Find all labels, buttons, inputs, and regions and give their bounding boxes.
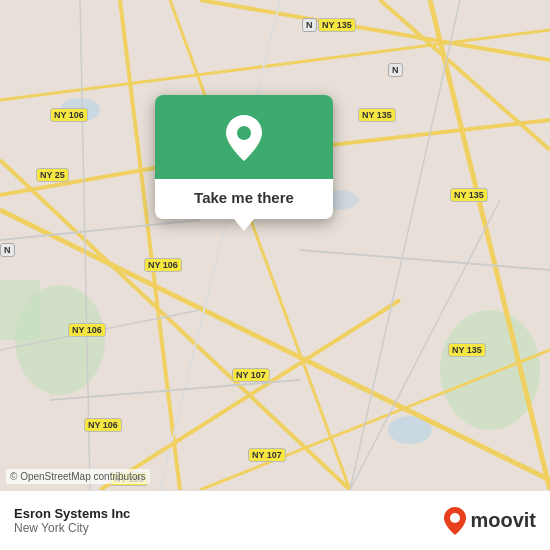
svg-point-28 — [450, 513, 460, 523]
route-label-ny135-2: NY 135 — [450, 188, 488, 202]
route-label-ny106-4: NY 106 — [84, 418, 122, 432]
route-label-ny106-2: NY 106 — [144, 258, 182, 272]
route-label-ny106-1: NY 106 — [50, 108, 88, 122]
route-label-ny135-top: NY 135 — [318, 18, 356, 32]
location-pin-icon — [224, 113, 264, 163]
take-me-there-label: Take me there — [194, 189, 294, 206]
route-label-ny135-3: NY 135 — [448, 343, 486, 357]
moovit-logo: moovit — [444, 507, 536, 535]
popup-header — [155, 95, 333, 179]
location-info: Esron Systems Inc New York City — [14, 506, 444, 535]
svg-rect-3 — [0, 280, 40, 340]
location-name: Esron Systems Inc — [14, 506, 444, 521]
location-city: New York City — [14, 521, 444, 535]
map-view[interactable]: NY 106 NY 25 NY 135 NY 135 NY 135 NY 106… — [0, 0, 550, 490]
route-label-ny25: NY 25 — [36, 168, 69, 182]
route-label-n-3: N — [0, 243, 15, 257]
map-attribution: © OpenStreetMap contributors — [6, 469, 150, 484]
popup-tail — [234, 219, 254, 231]
route-label-ny106-3: NY 106 — [68, 323, 106, 337]
moovit-brand-text: moovit — [470, 509, 536, 532]
route-label-ny135-1: NY 135 — [358, 108, 396, 122]
route-label-ny107-1: NY 107 — [232, 368, 270, 382]
bottom-bar: Esron Systems Inc New York City moovit — [0, 490, 550, 550]
route-label-n-2: N — [388, 63, 403, 77]
route-label-n-1: N — [302, 18, 317, 32]
svg-point-2 — [440, 310, 540, 430]
popup-card: Take me there — [155, 95, 333, 219]
route-label-ny107-2: NY 107 — [248, 448, 286, 462]
svg-point-27 — [237, 126, 251, 140]
popup-button[interactable]: Take me there — [180, 179, 308, 219]
moovit-pin-icon — [444, 507, 466, 535]
